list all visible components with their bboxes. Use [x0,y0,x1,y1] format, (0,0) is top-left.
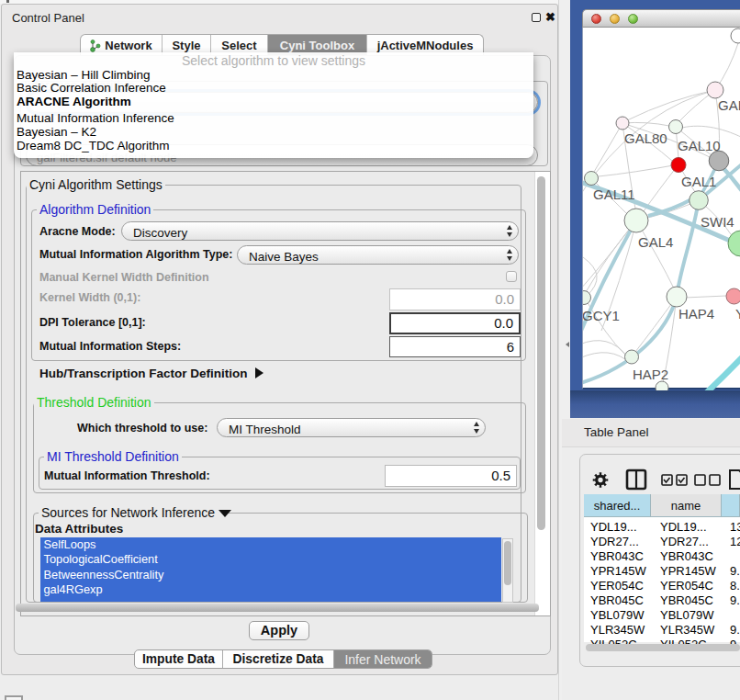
svg-text:GAL1: GAL1 [681,174,716,189]
svg-text:SWI4: SWI4 [701,214,734,230]
svg-text:GAL80: GAL80 [624,130,667,146]
svg-text:GAL4: GAL4 [638,234,673,250]
svg-text:HAP4: HAP4 [678,306,714,322]
svg-text:GCY1: GCY1 [583,308,620,323]
svg-text:GAL7: GAL7 [718,97,740,113]
svg-text:HAP2: HAP2 [633,367,668,382]
svg-text:GAL11: GAL11 [593,186,635,202]
svg-text:GAL10: GAL10 [678,138,721,153]
svg-text:Y: Y [735,306,740,322]
